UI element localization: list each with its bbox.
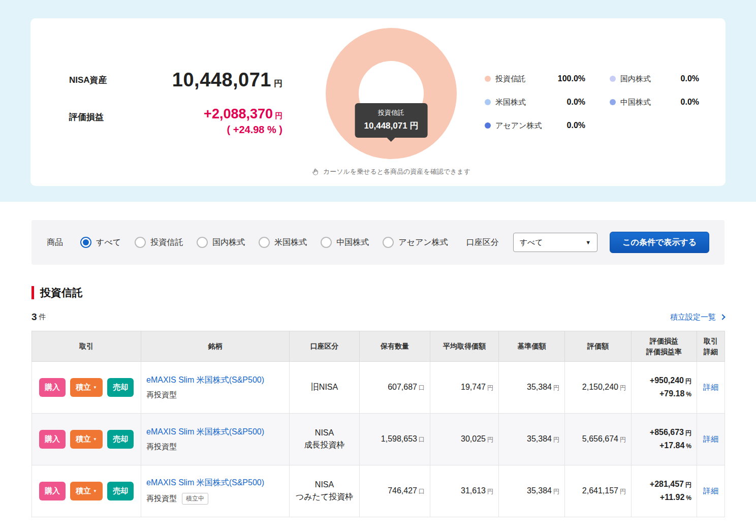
table-header-row: 取引 銘柄 口座区分 保有数量 平均取得価額 基準価額 評価額 評価損益 評価損… — [32, 331, 725, 362]
actions-cell: 購入 積立 ▼ 売却 — [32, 465, 141, 517]
chevron-right-icon — [719, 315, 725, 320]
pl-rate-value: +11.92 — [660, 493, 685, 502]
radio-icon — [80, 237, 91, 248]
select-caret-icon: ▼ — [585, 239, 591, 245]
pl-rate-value: +79.18 — [659, 389, 684, 398]
donut-chart-area: 投資信託 10,448,071 円 カーソルを乗せると各商品の資産を確認できます — [312, 28, 470, 176]
header-nav: 基準価額 — [499, 331, 565, 362]
fund-name-link[interactable]: eMAXIS Slim 米国株式(S&P500) — [146, 427, 264, 436]
accumulate-button[interactable]: 積立 ▼ — [70, 482, 103, 500]
nav-unit: 円 — [553, 384, 559, 391]
asset-label: NISA資産 — [69, 69, 107, 91]
avg-price-cell: 19,747円 — [430, 361, 499, 413]
accumulate-button-label: 積立 — [76, 486, 91, 496]
product-radio-option[interactable]: 投資信託 — [135, 237, 183, 248]
product-radio-option[interactable]: 米国株式 — [259, 237, 307, 248]
legend-value: 0.0% — [567, 121, 585, 130]
pl-value: +856,673 — [650, 428, 684, 436]
result-count-unit: 件 — [39, 312, 46, 322]
buy-button[interactable]: 購入 — [39, 378, 66, 397]
valuation-cell: 2,641,157円 — [565, 465, 632, 517]
accumulate-button[interactable]: 積立 ▼ — [70, 430, 103, 449]
valuation-cell: 2,150,240円 — [565, 361, 632, 413]
asset-amount: 10,448,071 — [172, 69, 271, 90]
header-quantity: 保有数量 — [360, 331, 430, 362]
product-radio-option[interactable]: 国内株式 — [197, 237, 245, 248]
actions-cell: 購入 積立 ▼ 売却 — [32, 361, 141, 413]
detail-link[interactable]: 詳細 — [703, 434, 718, 443]
pl-rate-value: +17.84 — [659, 441, 684, 450]
hint-text: カーソルを乗せると各商品の資産を確認できます — [323, 167, 470, 176]
legend-value: 0.0% — [681, 98, 699, 107]
pl-percent-unit: % — [686, 391, 691, 398]
fund-name-cell: eMAXIS Slim 米国株式(S&P500) 再投資型 積立中 — [141, 465, 290, 517]
header-actions: 取引 — [32, 331, 141, 362]
legend-label: 国内株式 — [620, 74, 651, 84]
apply-filter-button[interactable]: この条件で表示する — [610, 232, 709, 253]
avg-price-unit: 円 — [487, 488, 493, 495]
pl-amount: +2,088,370 — [204, 106, 273, 121]
asset-summary: NISA資産 10,448,071円 評価損益 +2,088,370円 ( +2… — [69, 69, 282, 136]
buy-button[interactable]: 購入 — [39, 482, 66, 500]
section-title: 投資信託 — [32, 286, 724, 299]
nav-value: 35,384 — [527, 434, 552, 443]
fund-table-body: 購入 積立 ▼ 売却 eMAXIS Slim 米国株式(S&P500) 再投資型… — [32, 361, 725, 517]
legend-label: アセアン株式 — [495, 121, 542, 131]
nav-unit: 円 — [553, 488, 559, 495]
caret-down-icon: ▼ — [93, 385, 97, 390]
avg-price-value: 30,025 — [461, 434, 486, 443]
quantity-cell: 746,427口 — [360, 465, 430, 517]
accumulation-settings-link[interactable]: 積立設定一覧 — [670, 312, 724, 322]
chart-tooltip: 投資信託 10,448,071 円 — [355, 103, 428, 138]
cursor-hand-icon — [312, 168, 320, 176]
chart-hint: カーソルを乗せると各商品の資産を確認できます — [312, 167, 470, 176]
donut-chart[interactable]: 投資信託 10,448,071 円 — [326, 28, 457, 159]
accumulate-button[interactable]: 積立 ▼ — [70, 378, 103, 397]
filter-bar: 商品 すべて 投資信託 国内株式 米国株式 中国株式 アセアン株式 口座区分 す… — [32, 220, 724, 265]
sell-button[interactable]: 売却 — [107, 430, 134, 449]
legend-item: アセアン株式 0.0% — [485, 121, 585, 131]
header-fund-name: 銘柄 — [141, 331, 290, 362]
pl-value-block: +2,088,370円 ( +24.98 % ) — [125, 106, 282, 136]
product-radio-option[interactable]: すべて — [80, 237, 121, 248]
sell-button[interactable]: 売却 — [107, 482, 134, 500]
fund-table-row: 購入 積立 ▼ 売却 eMAXIS Slim 米国株式(S&P500) 再投資型… — [32, 361, 725, 413]
count-row: 3 件 積立設定一覧 — [32, 311, 724, 323]
account-type-select[interactable]: すべて ▼ — [513, 233, 598, 252]
fund-name-link[interactable]: eMAXIS Slim 米国株式(S&P500) — [146, 375, 264, 384]
result-count: 3 — [32, 311, 37, 323]
accumulate-button-label: 積立 — [76, 434, 91, 444]
legend-label: 米国株式 — [495, 98, 526, 107]
detail-link[interactable]: 詳細 — [703, 486, 718, 495]
fund-name-link[interactable]: eMAXIS Slim 米国株式(S&P500) — [146, 478, 264, 487]
valuation-unit: 円 — [620, 436, 626, 443]
valuation-value: 2,150,240 — [582, 383, 618, 391]
avg-price-unit: 円 — [487, 436, 493, 443]
nav-value: 35,384 — [527, 383, 552, 391]
avg-price-value: 31,613 — [461, 486, 486, 495]
account-type-cell: NISA 成長投資枠 — [290, 413, 360, 465]
valuation-unit: 円 — [620, 384, 626, 391]
legend-value: 100.0% — [558, 74, 585, 83]
header-account-type: 口座区分 — [290, 331, 360, 362]
radio-icon — [383, 237, 394, 248]
quantity-unit: 口 — [419, 436, 425, 443]
asset-value: 10,448,071円 — [125, 69, 282, 91]
fund-table-row: 購入 積立 ▼ 売却 eMAXIS Slim 米国株式(S&P500) 再投資型… — [32, 465, 725, 517]
pl-cell: +856,673円 +17.84% — [632, 413, 697, 465]
chart-legend: 投資信託 100.0% 国内株式 0.0% 米国株式 0.0% 中国株式 0.0… — [485, 74, 699, 131]
caret-down-icon: ▼ — [93, 489, 97, 493]
nav-value: 35,384 — [527, 486, 552, 495]
product-radio-option[interactable]: アセアン株式 — [383, 237, 448, 248]
legend-value: 0.0% — [681, 74, 699, 83]
avg-price-cell: 31,613円 — [430, 465, 499, 517]
detail-cell: 詳細 — [697, 361, 725, 413]
product-radio-option[interactable]: 中国株式 — [321, 237, 369, 248]
radio-label: 中国株式 — [336, 237, 369, 248]
buy-button[interactable]: 購入 — [39, 430, 66, 449]
detail-link[interactable]: 詳細 — [703, 383, 718, 391]
sell-button[interactable]: 売却 — [107, 378, 134, 397]
legend-dot-icon — [485, 122, 491, 129]
legend-item: 国内株式 0.0% — [610, 74, 699, 84]
valuation-value: 2,641,157 — [582, 486, 618, 495]
